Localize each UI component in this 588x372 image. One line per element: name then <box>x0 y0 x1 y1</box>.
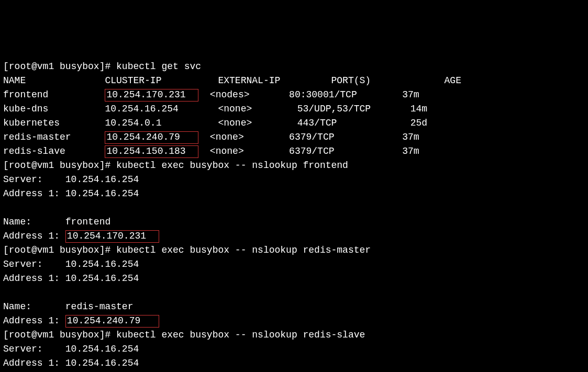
highlighted-ip: 10.254.170.231 <box>65 230 159 243</box>
terminal-output[interactable]: [root@vm1 busybox]# kubectl get svcNAME … <box>3 60 585 372</box>
terminal-line: [root@vm1 busybox]# kubectl get svc <box>3 60 585 74</box>
highlighted-ip: 10.254.240.79 <box>65 315 159 328</box>
terminal-line: kube-dns 10.254.16.254 <none> 53/UDP,53/… <box>3 102 585 116</box>
terminal-line: [root@vm1 busybox]# kubectl exec busybox… <box>3 328 585 342</box>
terminal-line: Address 1: 10.254.240.79 <box>3 314 585 328</box>
terminal-line: Name: redis-master <box>3 300 585 314</box>
terminal-line: redis-master 10.254.240.79 <none> 6379/T… <box>3 130 585 144</box>
terminal-line: redis-slave 10.254.150.183 <none> 6379/T… <box>3 144 585 159</box>
terminal-line: NAME CLUSTER-IP EXTERNAL-IP PORT(S) AGE <box>3 74 585 88</box>
highlighted-ip: 10.254.170.231 <box>105 89 198 102</box>
terminal-line: Address 1: 10.254.16.254 <box>3 187 585 201</box>
terminal-line: kubernetes 10.254.0.1 <none> 443/TCP 25d <box>3 116 585 130</box>
terminal-line: frontend 10.254.170.231 <nodes> 80:30001… <box>3 88 585 102</box>
terminal-line: Server: 10.254.16.254 <box>3 342 585 356</box>
terminal-line: Server: 10.254.16.254 <box>3 173 585 187</box>
terminal-line: [root@vm1 busybox]# kubectl exec busybox… <box>3 159 585 173</box>
terminal-line: Address 1: 10.254.16.254 <box>3 356 585 370</box>
terminal-line: Server: 10.254.16.254 <box>3 257 585 272</box>
terminal-line: Name: frontend <box>3 215 585 229</box>
terminal-line: Address 1: 10.254.16.254 <box>3 272 585 286</box>
terminal-line <box>3 201 585 215</box>
highlighted-ip: 10.254.150.183 <box>105 145 198 158</box>
highlighted-ip: 10.254.240.79 <box>105 131 198 144</box>
terminal-line <box>3 286 585 300</box>
terminal-line: Address 1: 10.254.170.231 <box>3 229 585 243</box>
terminal-line: [root@vm1 busybox]# kubectl exec busybox… <box>3 243 585 257</box>
